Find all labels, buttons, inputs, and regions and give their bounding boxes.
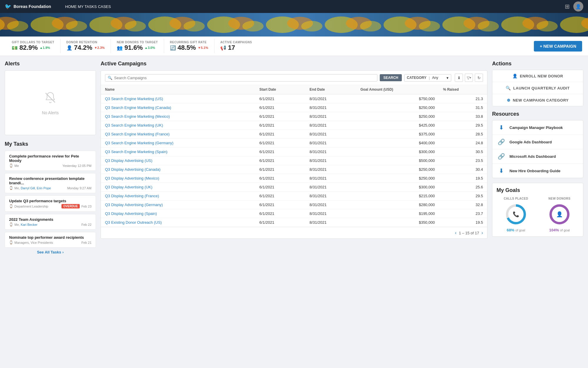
stat-new-donors: NEW DONORS TO TARGET 👥 91.6% ▲3.0% <box>111 39 164 53</box>
col-pct-raised: % Raised <box>439 85 487 94</box>
goal-new-donors-label: NEW DONORS <box>540 197 579 200</box>
table-row: Q3 Search Engine Marketing (France) 6/1/… <box>101 130 487 139</box>
stat-recurring-gift-delta: ▼5.1% <box>198 46 208 49</box>
resources-box: ⬇ Campaign Manager Playbook 🔗 Google Ads… <box>492 120 583 178</box>
filter-button[interactable]: ▽ ▾ <box>465 74 473 82</box>
user-avatar[interactable]: 👤 <box>573 1 583 11</box>
campaign-name-link[interactable]: Q3 Display Advertising (Spain) <box>105 211 157 216</box>
campaign-name-link[interactable]: Q3 Search Engine Marketing (US) <box>105 97 163 101</box>
nav-my-tasks[interactable]: MY TASKS <box>78 4 97 9</box>
prev-page-button[interactable]: ‹ <box>455 230 457 236</box>
campaigns-table: Name Start Date End Date Goal Amount (US… <box>101 85 487 227</box>
see-all-tasks-link[interactable]: See All Tasks › <box>5 250 96 254</box>
campaigns-table-head: Name Start Date End Date Goal Amount (US… <box>101 85 487 94</box>
overdue-badge: OVERDUE <box>61 204 79 208</box>
task-icon-1: ⌚ <box>9 186 13 190</box>
resource-download-icon-3: ⬇ <box>497 167 506 174</box>
nav-cases[interactable]: CASES <box>98 4 111 9</box>
campaigns-table-body: Q3 Search Engine Marketing (US) 6/1/2021… <box>101 94 487 227</box>
goals-grid: CALLS PLACED 📞 68% of goal <box>497 197 579 232</box>
campaign-name-cell: Q3 Search Engine Marketing (Spain) <box>101 147 255 156</box>
nav-home[interactable]: HOME <box>65 4 77 9</box>
task-item-3[interactable]: 2022 Team Assignments ⌚ Me, Kari Becker … <box>5 214 96 230</box>
campaign-goal-cell: $300,000 <box>356 183 439 192</box>
campaign-end-cell: 8/31/2021 <box>305 130 356 139</box>
brand-name: Boreas Foundation <box>14 4 51 9</box>
category-filter[interactable]: CATEGORY | Any ▾ <box>404 74 451 82</box>
campaigns-box: 🔍 SEARCH CATEGORY | Any ▾ ⬇ ▽ ▾ <box>101 70 487 239</box>
search-button[interactable]: SEARCH <box>380 74 402 81</box>
task-item-0[interactable]: Complete performance review for Pete Moo… <box>5 151 96 171</box>
stat-gift-dollars-label: GIFT DOLLARS TO TARGET <box>12 41 54 44</box>
campaign-name-link[interactable]: Q3 Display Advertising (US) <box>105 158 152 163</box>
brand-logo[interactable]: 🐦 Boreas Foundation <box>5 3 51 10</box>
goal-calls-placed-donut: 📞 <box>504 203 528 226</box>
resource-name-1: Google Ads Dashboard <box>509 140 552 144</box>
stat-donor-retention-label: DONOR RETENTION <box>66 41 105 44</box>
task-icon-0: ⌚ <box>9 164 13 168</box>
task-link-darryl[interactable]: Darryl Gill <box>21 186 35 190</box>
table-row: Q3 Search Engine Marketing (US) 6/1/2021… <box>101 94 487 103</box>
campaign-goal-cell: $215,000 <box>356 192 439 200</box>
refresh-button[interactable]: ↻ <box>475 74 483 82</box>
stat-recurring-gift-label: RECURRING GIFT RATE <box>170 41 208 44</box>
new-campaign-category-button[interactable]: ⊕ NEW CAMPAIGN CATEGORY <box>492 94 583 106</box>
stat-donor-retention: DONOR RETENTION 👤 74.2% ▼2.3% <box>61 39 111 53</box>
task-date-2: Feb 23 <box>81 205 91 208</box>
stat-gift-dollars: GIFT DOLLARS TO TARGET 💵 82.9% ▲1.9% <box>6 39 61 53</box>
goal-calls-placed: CALLS PLACED 📞 68% of goal <box>497 197 535 232</box>
task-link-kari[interactable]: Kari Becker <box>21 223 37 226</box>
campaign-name-link[interactable]: Q3 Display Advertising (Mexico) <box>105 176 159 180</box>
campaign-name-link[interactable]: Q3 Display Advertising (Germany) <box>105 203 163 207</box>
stat-recurring-gift-value: 🔄 48.5% ▼5.1% <box>170 44 208 52</box>
stat-donor-retention-icon: 👤 <box>66 45 72 51</box>
resource-item-2[interactable]: 🔗 Microsoft Ads Dashboard <box>492 149 583 164</box>
campaign-goal-cell: $425,000 <box>356 121 439 130</box>
resource-item-3[interactable]: ⬇ New Hire Onboarding Guide <box>492 164 583 178</box>
stat-gift-dollars-value: 💵 82.9% ▲1.9% <box>12 44 54 52</box>
new-campaign-button[interactable]: + NEW CAMPAIGN <box>534 41 582 52</box>
export-button[interactable]: ⬇ <box>455 74 463 82</box>
campaign-name-link[interactable]: Q3 Search Engine Marketing (Germany) <box>105 141 174 145</box>
task-meta-4: ⌚ Managers, Vice Presidents Feb 21 <box>9 241 91 244</box>
campaign-name-link[interactable]: Q3 Display Advertising (Canada) <box>105 167 161 172</box>
resource-item-0[interactable]: ⬇ Campaign Manager Playbook <box>492 120 583 135</box>
task-item-4[interactable]: Nominate top performer award recipients … <box>5 232 96 248</box>
campaign-name-link[interactable]: Q3 Search Engine Marketing (Mexico) <box>105 114 170 119</box>
task-assignee-0: ⌚ Me <box>9 164 19 168</box>
campaign-start-cell: 6/1/2021 <box>255 156 306 165</box>
goal-new-donors: NEW DONORS 👤 104% of goal <box>540 197 579 232</box>
task-assignee-2: ⌚ Department Leadership <box>9 204 48 208</box>
resources-title: Resources <box>492 111 583 117</box>
stat-active-campaigns-value: 📢 17 <box>220 44 252 52</box>
goal-calls-placed-label: CALLS PLACED <box>497 197 535 200</box>
stat-gift-dollars-icon: 💵 <box>12 45 18 51</box>
campaign-name-link[interactable]: Q3 Existing Donor Outreach (US) <box>105 220 162 225</box>
task-item-1[interactable]: Review conference presentation template … <box>5 173 96 193</box>
actions-box: 👤 ENROLL NEW DONOR 🔍 LAUNCH QUARTERLY AU… <box>492 70 583 106</box>
chevron-down-icon: ▾ <box>447 76 449 80</box>
task-link-erin[interactable]: Erin Pope <box>37 186 51 190</box>
campaign-name-link[interactable]: Q3 Search Engine Marketing (UK) <box>105 123 163 127</box>
next-page-button[interactable]: › <box>482 230 483 236</box>
campaign-start-cell: 6/1/2021 <box>255 209 306 218</box>
table-row: Q3 Display Advertising (Germany) 6/1/202… <box>101 200 487 209</box>
table-row: Q3 Search Engine Marketing (Germany) 6/1… <box>101 139 487 147</box>
campaign-name-link[interactable]: Q3 Search Engine Marketing (Canada) <box>105 105 171 110</box>
campaign-name-link[interactable]: Q3 Search Engine Marketing (France) <box>105 132 170 136</box>
hero-banner <box>0 13 588 37</box>
refresh-icon: ↻ <box>477 76 481 80</box>
task-title-1: Review conference presentation template … <box>9 176 91 185</box>
calls-placed-icon: 📞 <box>513 211 519 218</box>
launch-quarterly-audit-button[interactable]: 🔍 LAUNCH QUARTERLY AUDIT <box>492 82 583 94</box>
campaign-name-link[interactable]: Q3 Display Advertising (UK) <box>105 185 152 189</box>
campaign-raised-cell: 19.5 <box>439 174 487 183</box>
task-item-2[interactable]: Update Q3 performance targets ⌚ Departme… <box>5 195 96 212</box>
task-date-4: Feb 21 <box>81 241 91 244</box>
search-input[interactable] <box>114 76 375 80</box>
campaign-name-link[interactable]: Q3 Display Advertising (France) <box>105 194 159 198</box>
grid-icon[interactable]: ⊞ <box>565 3 570 10</box>
resource-item-1[interactable]: 🔗 Google Ads Dashboard <box>492 135 583 149</box>
campaign-name-link[interactable]: Q3 Search Engine Marketing (Spain) <box>105 150 167 154</box>
enroll-new-donor-button[interactable]: 👤 ENROLL NEW DONOR <box>492 70 583 82</box>
